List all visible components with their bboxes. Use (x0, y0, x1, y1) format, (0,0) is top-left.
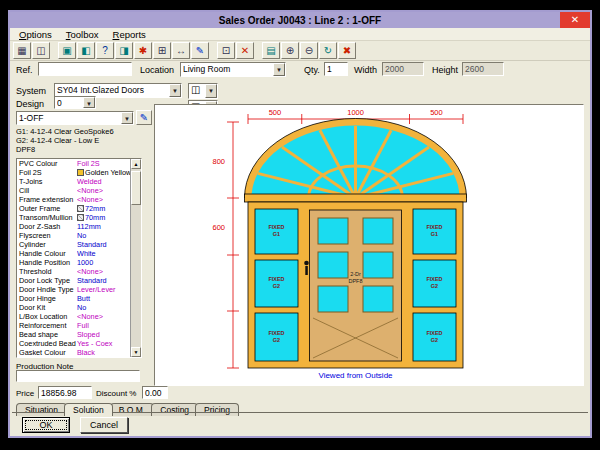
question-icon[interactable]: ? (96, 42, 114, 59)
scrollbar-track[interactable] (131, 169, 141, 347)
discount-input[interactable]: 0.00 (142, 386, 168, 399)
qty-input[interactable]: 1 (324, 62, 348, 76)
scroll-down-icon[interactable]: ▼ (131, 347, 141, 357)
menubar: OptionsToolboxReports (10, 28, 590, 41)
property-value: White (77, 249, 96, 258)
window-designer-icon[interactable]: ◫ (32, 42, 50, 59)
glass-spec-line: DPF8 (16, 145, 142, 154)
new-line-icon[interactable]: ▦ (13, 42, 31, 59)
ref-input[interactable] (38, 62, 132, 76)
zoom-in-icon[interactable]: ⊕ (281, 42, 299, 59)
dimensions-icon[interactable]: ↔ (172, 42, 190, 59)
price-input[interactable]: 18856.98 (38, 386, 92, 399)
width-label: Width (354, 65, 377, 75)
property-label: Door Z-Sash (17, 222, 77, 231)
edit-variant-button[interactable]: ✎ (136, 110, 152, 125)
property-value-cell: Full (77, 321, 130, 330)
property-label: Flyscreen (17, 231, 77, 240)
property-value-cell: 72mm (77, 204, 130, 213)
property-row[interactable]: Transom/Mullion 70mm (17, 213, 130, 222)
tab-pricing[interactable]: Pricing (195, 403, 239, 416)
shape-select-1[interactable]: ◫ ▼ (188, 83, 218, 99)
property-row[interactable]: Outer Frame 72mm (17, 204, 130, 213)
calculator-icon[interactable]: ▤ (262, 42, 280, 59)
property-value: Welded (77, 177, 102, 186)
location-select[interactable]: Living Room ▼ (180, 62, 286, 77)
property-label: Door Lock Type (17, 276, 77, 285)
property-row[interactable]: Frame extension <None> (17, 195, 130, 204)
property-row[interactable]: Door Hinge Butt (17, 294, 130, 303)
design-select[interactable]: 0 ▼ (54, 96, 96, 109)
chevron-down-icon[interactable]: ▼ (83, 97, 95, 108)
ref-label: Ref. (16, 65, 33, 75)
scroll-up-icon[interactable]: ▲ (131, 159, 141, 169)
tab-bom[interactable]: B.O.M. (110, 403, 154, 416)
design-canvas[interactable]: 500 1000 500 800 600 (154, 104, 584, 386)
property-value: 112mm (77, 222, 101, 231)
property-row[interactable]: Handle Colour White (17, 249, 130, 258)
tab-costing[interactable]: Costing (151, 403, 198, 416)
tab-solution[interactable]: Solution (64, 403, 113, 416)
palette-icon[interactable]: ✱ (134, 42, 152, 59)
copy-line-icon[interactable]: ⊡ (217, 42, 235, 59)
property-label: Handle Position (17, 258, 77, 267)
property-row[interactable]: Door Kit No (17, 303, 130, 312)
ok-button[interactable]: OK (22, 417, 70, 433)
property-label: PVC Colour (17, 159, 77, 168)
property-row[interactable]: T-Joins Welded (17, 177, 130, 186)
property-label: Coextruded Bead (17, 339, 77, 348)
dim-top-1: 500 (269, 108, 282, 117)
production-note-input[interactable] (16, 370, 140, 382)
property-row[interactable]: Reinforcement Full (17, 321, 130, 330)
notes-icon[interactable]: ✎ (191, 42, 209, 59)
cancel-button[interactable]: Cancel (80, 417, 128, 433)
property-row[interactable]: Flyscreen No (17, 231, 130, 240)
close-button[interactable]: ✕ (560, 12, 590, 28)
property-row[interactable]: Threshold <None> (17, 267, 130, 276)
property-row[interactable]: PVC Colour Foil 2S (17, 159, 130, 168)
property-row[interactable]: Door Lock Type Standard (17, 276, 130, 285)
property-row[interactable]: Coextruded Bead Yes - Coex (17, 339, 130, 348)
refresh-icon[interactable]: ↻ (319, 42, 337, 59)
property-scrollbar[interactable]: ▲ ▼ (130, 159, 141, 357)
property-row[interactable]: Handle Position 1000 (17, 258, 130, 267)
titlebar[interactable]: Sales Order J0043 : Line 2 : 1-OFF ✕ (10, 12, 590, 28)
variant-value: 1-OFF (19, 113, 120, 123)
tab-situation[interactable]: Situation (16, 403, 67, 416)
svg-text:G1: G1 (273, 231, 280, 237)
menu-toolbox[interactable]: Toolbox (59, 29, 106, 40)
property-value: 1000 (77, 258, 93, 267)
glazing-icon[interactable]: ◧ (77, 42, 95, 59)
property-row[interactable]: Door Hndle Type Lever/Lever (17, 285, 130, 294)
door-design-svg: 500 1000 500 800 600 (156, 106, 582, 384)
property-row[interactable]: Cill <None> (17, 186, 130, 195)
delete-line-icon[interactable]: ✕ (236, 42, 254, 59)
chevron-down-icon[interactable]: ▼ (169, 84, 181, 97)
property-list: PVC Colour Foil 2S Foil 2S Golden Yellow (16, 158, 142, 358)
grid-icon[interactable]: ⊞ (153, 42, 171, 59)
property-row[interactable]: Cylinder Standard (17, 240, 130, 249)
property-row[interactable]: Door Z-Sash 112mm (17, 222, 130, 231)
variant-select[interactable]: 1-OFF ▼ (16, 111, 134, 125)
hardware-icon[interactable]: ◨ (115, 42, 133, 59)
property-value: <None> (77, 186, 103, 195)
chevron-down-icon[interactable]: ▼ (121, 112, 133, 124)
chevron-down-icon[interactable]: ▼ (273, 63, 285, 76)
property-value-cell: Butt (77, 294, 130, 303)
scrollbar-thumb[interactable] (131, 171, 141, 205)
exit-icon[interactable]: ✖ (338, 42, 356, 59)
menu-reports[interactable]: Reports (106, 29, 153, 40)
property-label: Threshold (17, 267, 77, 276)
property-row[interactable]: Bead shape Sloped (17, 330, 130, 339)
glass-spec-line: G2: 4-12-4 Clear - Low E (16, 136, 142, 145)
survey-icon[interactable]: ▣ (58, 42, 76, 59)
property-swatch-icon (77, 169, 84, 176)
design-value: 0 (57, 98, 82, 108)
property-row[interactable]: L/Box Location <None> (17, 312, 130, 321)
chevron-down-icon[interactable]: ▼ (205, 84, 217, 98)
menu-options[interactable]: Options (12, 29, 59, 40)
svg-text:G2: G2 (273, 337, 280, 343)
property-row[interactable]: Gasket Colour Black (17, 348, 130, 357)
zoom-out-icon[interactable]: ⊖ (300, 42, 318, 59)
property-row[interactable]: Foil 2S Golden Yellow (17, 168, 130, 177)
